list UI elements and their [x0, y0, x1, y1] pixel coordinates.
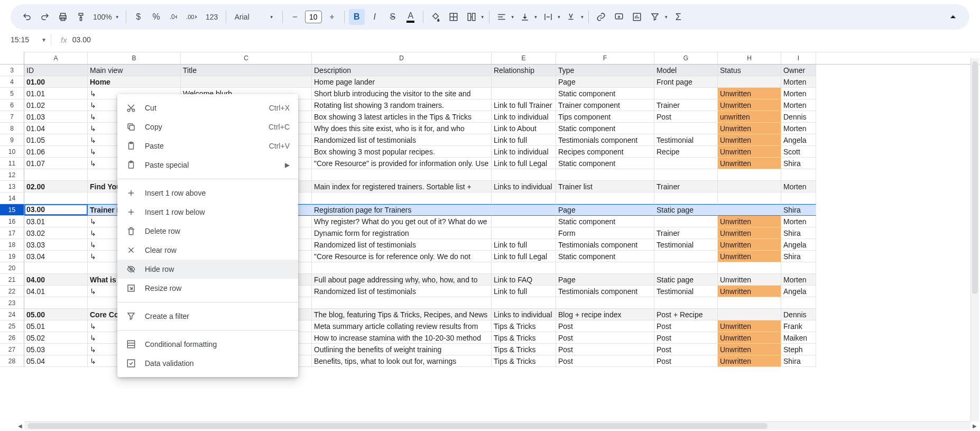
cell[interactable]: Tips component [556, 111, 654, 123]
cell[interactable]: Outlining the benefits of weight trainin… [312, 344, 492, 355]
cell[interactable]: Why does this site exist, who is it for,… [312, 123, 492, 134]
cell[interactable]: 05.02 [24, 332, 88, 344]
cell[interactable]: unwritten [718, 111, 781, 123]
col-header-f[interactable]: F [556, 52, 654, 64]
cell[interactable]: Shira [781, 355, 816, 367]
cell[interactable] [781, 297, 816, 309]
cell[interactable] [556, 297, 654, 309]
cell[interactable]: Registration page for Trainers [312, 204, 492, 216]
h-align-dropdown[interactable]: ▼ [511, 15, 515, 20]
cell[interactable] [312, 169, 492, 181]
cell[interactable]: Static component [556, 88, 654, 99]
row-header[interactable]: 20 [0, 262, 24, 274]
row-header[interactable]: 16 [0, 216, 24, 227]
cell[interactable]: Static component [556, 158, 654, 169]
cell[interactable]: Why register? What do you get out of it?… [312, 216, 492, 227]
ctx-paste-special[interactable]: Paste special▶ [117, 155, 298, 175]
header-cell[interactable]: Relationship [492, 65, 556, 76]
merge-dropdown-icon[interactable]: ▼ [480, 15, 485, 20]
cell[interactable]: Post [654, 111, 718, 123]
text-wrap-button[interactable] [540, 9, 556, 25]
insert-link-button[interactable] [593, 9, 609, 25]
cell[interactable] [24, 262, 88, 274]
cell[interactable]: 01.05 [24, 134, 88, 146]
row-header[interactable]: 17 [0, 227, 24, 239]
toolbar-expand-button[interactable] [945, 9, 961, 25]
cell[interactable]: Full about page addressing why, who, how… [312, 274, 492, 286]
cell[interactable]: Randomized list of testimonials [312, 286, 492, 297]
cell[interactable]: Morten [781, 181, 816, 192]
row-header[interactable]: 26 [0, 332, 24, 344]
cell[interactable]: Testimonials component [556, 134, 654, 146]
cell[interactable]: 01.07 [24, 158, 88, 169]
cell[interactable] [718, 204, 781, 216]
cell[interactable]: Static page [654, 204, 718, 216]
col-header-b[interactable]: B [88, 52, 181, 64]
cell[interactable]: "Core Resource" is provided for informat… [312, 158, 492, 169]
cell[interactable]: Meta summary article collating review re… [312, 320, 492, 332]
cell[interactable] [654, 216, 718, 227]
cell[interactable] [312, 192, 492, 204]
cell[interactable]: Angela [781, 286, 816, 297]
cell[interactable]: Post [556, 332, 654, 344]
cell[interactable]: Post + Recipe [654, 309, 718, 320]
row-header[interactable]: 27 [0, 344, 24, 355]
cell[interactable]: Post [654, 320, 718, 332]
cell[interactable]: Unwritten [718, 146, 781, 158]
cell[interactable]: Blog + recipe index [556, 309, 654, 320]
row-header[interactable]: 18 [0, 239, 24, 251]
font-size-input[interactable] [305, 11, 322, 23]
cell[interactable]: Unwritten [718, 134, 781, 146]
decrease-font-button[interactable] [287, 9, 303, 25]
cell[interactable]: Page [556, 204, 654, 216]
insert-comment-button[interactable] [611, 9, 627, 25]
cell[interactable]: Unwritten [718, 99, 781, 111]
cell[interactable] [654, 123, 718, 134]
cell[interactable]: Static component [556, 123, 654, 134]
formula-input[interactable]: 03.00 [72, 35, 91, 44]
header-cell[interactable]: Owner [781, 65, 816, 76]
row-header[interactable]: 8 [0, 123, 24, 134]
wrap-dropdown[interactable]: ▼ [557, 15, 561, 20]
row-header[interactable]: 28 [0, 355, 24, 367]
cell[interactable] [492, 297, 556, 309]
cell[interactable]: 05.04 [24, 355, 88, 367]
vertical-align-button[interactable] [517, 9, 533, 25]
rotation-dropdown[interactable]: ▼ [580, 15, 584, 20]
insert-chart-button[interactable] [629, 9, 645, 25]
zoom-select[interactable]: 100%▼ [93, 13, 119, 21]
col-header-i[interactable]: I [781, 52, 816, 64]
format-percent-button[interactable]: % [149, 9, 164, 25]
cell[interactable]: Shira [781, 251, 816, 262]
cell[interactable]: Unwritten [718, 251, 781, 262]
row-header[interactable]: 22 [0, 286, 24, 297]
cell[interactable] [654, 251, 718, 262]
cell[interactable]: Morten [781, 88, 816, 99]
cell[interactable]: Tips & Tricks [492, 355, 556, 367]
ctx-data-validation[interactable]: Data validation [117, 354, 298, 373]
cell[interactable]: Link to individual [492, 111, 556, 123]
cell[interactable]: Trainer component [556, 99, 654, 111]
row-header[interactable]: 25 [0, 320, 24, 332]
cell[interactable]: Benefits, tips, what to look out for, wa… [312, 355, 492, 367]
cell[interactable]: Unwritten [718, 227, 781, 239]
ctx-delete-row[interactable]: Delete row [117, 222, 298, 241]
decrease-decimal-button[interactable]: .0 [167, 9, 182, 25]
cell[interactable]: Unwritten [718, 123, 781, 134]
cell[interactable]: Static component [556, 216, 654, 227]
cell[interactable]: Shira [781, 158, 816, 169]
cell[interactable] [556, 169, 654, 181]
cell[interactable]: Recipes component [556, 146, 654, 158]
cell[interactable]: 01.02 [24, 99, 88, 111]
italic-button[interactable]: I [367, 9, 383, 25]
bold-button[interactable]: B [349, 9, 365, 25]
cell[interactable] [492, 76, 556, 88]
cell[interactable]: Short blurb introducing the visitor to t… [312, 88, 492, 99]
cell[interactable]: Unwritten [718, 320, 781, 332]
cell[interactable]: How to increase stamina with the 10-20-3… [312, 332, 492, 344]
row-header[interactable]: 6 [0, 99, 24, 111]
cell[interactable]: Dynamic form for registration [312, 227, 492, 239]
v-align-dropdown[interactable]: ▼ [534, 15, 538, 20]
ctx-insert-row-below[interactable]: Insert 1 row below [117, 203, 298, 222]
cell[interactable]: 04.00 [24, 274, 88, 286]
